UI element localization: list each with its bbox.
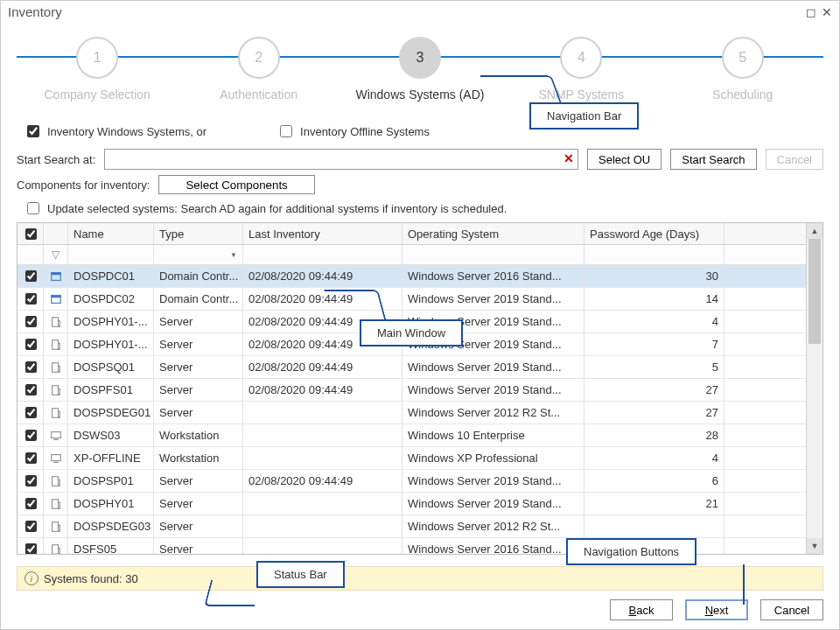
grid-header: Name Type Last Inventory Operating Syste… [18,223,806,245]
svg-rect-10 [52,385,58,395]
systems-grid: Name Type Last Inventory Operating Syste… [17,222,823,555]
start-search-input[interactable]: ✕ [104,149,578,170]
maximize-icon[interactable]: ◻ [806,5,816,19]
step-3-label: Windows Systems (AD) [355,88,484,102]
window-title: Inventory [8,4,62,19]
inventory-offline-checkbox[interactable]: Inventory Offline Systems [276,122,430,140]
table-row[interactable]: DOSPSP01 Server 02/08/2020 09:44:49 Wind… [18,470,806,493]
table-row[interactable]: DOSPSDEG01 Server Windows Server 2012 R2… [18,402,806,424]
status-text: Systems found: 30 [44,572,138,585]
scroll-up-icon[interactable]: ▲ [807,223,822,239]
info-icon: i [24,571,38,585]
svg-rect-20 [52,499,58,508]
system-type-icon [44,379,68,401]
vertical-scrollbar[interactable]: ▲ ▼ [806,223,822,554]
step-1-label: Company Selection [44,88,150,102]
svg-rect-25 [58,548,60,554]
start-search-label: Start Search at: [17,153,95,166]
components-label: Components for inventory: [17,178,150,192]
step-5-circle[interactable]: 5 [722,37,764,79]
svg-rect-19 [58,480,60,486]
select-components-button[interactable]: Select Components [158,175,314,194]
next-button[interactable]: Next [685,599,748,620]
system-type-icon [44,447,68,469]
svg-rect-4 [52,317,58,326]
table-row[interactable]: XP-OFFLINE Workstation Windows XP Profes… [18,447,806,470]
table-row[interactable]: DOSPDC02 Domain Contr... 02/08/2020 09:4… [18,288,806,311]
step-3-circle[interactable]: 3 [399,37,441,79]
wizard-stepper: 1 Company Selection2 Authentication3 Win… [17,37,823,107]
col-os[interactable]: Operating System [402,223,584,244]
system-type-icon [44,265,68,287]
svg-rect-8 [52,362,58,372]
system-type-icon [44,356,68,378]
system-type-icon [44,470,68,492]
step-1-circle[interactable]: 1 [76,37,118,79]
svg-rect-13 [58,411,60,417]
callout-status-bar: Status Bar [256,561,345,588]
scroll-down-icon[interactable]: ▼ [807,538,822,554]
close-icon[interactable]: ✕ [822,5,832,19]
title-bar: Inventory ◻ ✕ [1,1,839,23]
step-2-circle[interactable]: 2 [238,37,280,79]
table-row[interactable]: DOSPFS01 Server 02/08/2020 09:44:49 Wind… [18,379,806,402]
table-row[interactable]: DOSPSQ01 Server 02/08/2020 09:44:49 Wind… [18,356,806,379]
system-type-icon [44,402,68,424]
svg-rect-22 [52,522,58,531]
svg-rect-6 [52,340,58,349]
callout-main-window: Main Window [360,319,463,346]
scroll-thumb[interactable] [808,239,821,344]
back-button[interactable]: Back [610,599,673,620]
step-2-label: Authentication [220,88,298,102]
cancel-button[interactable]: Cancel [760,599,823,620]
table-row[interactable]: DOSPSDEG03 Server Windows Server 2012 R2… [18,515,806,538]
table-row[interactable]: DOSPDC01 Domain Contr... 02/08/2020 09:4… [18,265,806,288]
svg-rect-24 [52,544,58,554]
svg-rect-11 [58,388,60,395]
svg-rect-21 [58,502,60,508]
table-row[interactable]: DSWS03 Workstation Windows 10 Enterprise… [18,424,806,447]
system-type-icon [44,538,68,554]
type-filter-dropdown-icon[interactable]: ▼ [230,251,237,259]
system-type-icon [44,288,68,310]
system-type-icon [44,515,68,537]
navigation-buttons: Back Next Cancel [610,599,823,620]
cancel-search-button: Cancel [766,149,823,170]
col-last-inventory[interactable]: Last Inventory [243,223,402,244]
system-type-icon [44,424,68,446]
system-type-icon [44,493,68,514]
inventory-windows-checkbox[interactable]: Inventory Windows Systems, or [24,122,206,140]
col-name[interactable]: Name [68,223,154,244]
table-row[interactable]: DOSPHY01 Server Windows Server 2019 Stan… [18,493,806,515]
svg-rect-23 [58,525,60,531]
svg-rect-18 [52,476,58,486]
select-ou-button[interactable]: Select OU [587,149,662,170]
callout-navigation-buttons: Navigation Buttons [566,538,696,565]
start-search-button[interactable]: Start Search [670,149,756,170]
step-5-label: Scheduling [712,88,773,102]
svg-rect-16 [51,454,60,460]
step-4-circle[interactable]: 4 [560,37,602,79]
grid-filter-row[interactable]: ▽ ▼ [18,245,806,265]
clear-search-icon[interactable]: ✕ [564,151,574,165]
status-bar: i Systems found: 30 [17,566,823,591]
svg-rect-5 [58,320,60,326]
svg-rect-3 [51,295,60,298]
svg-rect-14 [51,431,60,438]
svg-rect-12 [52,408,58,417]
system-type-icon [44,311,68,332]
callout-navigation-bar: Navigation Bar [529,102,639,130]
update-selected-checkbox[interactable]: Update selected systems: Search AD again… [24,200,823,217]
svg-rect-9 [58,366,60,372]
filter-icon[interactable]: ▽ [52,248,60,261]
svg-rect-1 [51,272,60,275]
svg-rect-7 [58,343,60,349]
col-type[interactable]: Type [154,223,243,244]
header-select-all[interactable] [18,223,44,244]
col-password-age[interactable]: Password Age (Days) [584,223,724,244]
system-type-icon [44,333,68,355]
